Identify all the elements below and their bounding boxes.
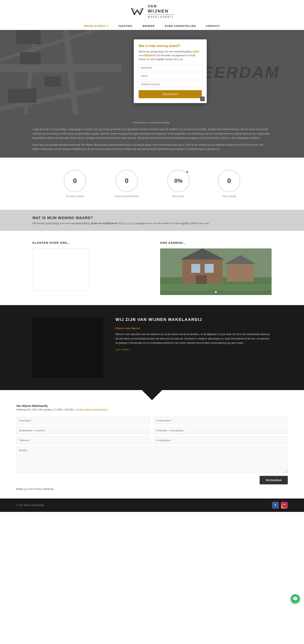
contact-info: Vlietskant 46 | 4141 CM Leerdam | T: 034… — [16, 408, 288, 411]
stat-circle-0: 0 — [64, 170, 86, 192]
nav-taxaties[interactable]: TAXATIES — [118, 24, 132, 28]
contact-send-button[interactable]: Verzenden — [260, 476, 288, 484]
svg-rect-16 — [205, 264, 214, 273]
hero-section: LEERDAM Wat is mijn woning waard? Wij ko… — [0, 30, 304, 115]
stats-section: 0 Tevreden klanten 0 Koop-overeenkomsten… — [0, 158, 304, 210]
stat-item-2: 0% Met passie — [167, 170, 190, 198]
instagram-icon[interactable]: 📷 — [281, 502, 288, 509]
team-title: WIJ ZIJN VAN WIJNEN MAKELAARDIJ — [115, 317, 272, 322]
svg-rect-20 — [160, 284, 272, 290]
logo-text: VAN WIJNEN MAKELAARDIJ — [148, 4, 174, 18]
image-dots — [215, 291, 217, 293]
team-section: WIJ ZIJN VAN WIJNEN MAKELAARDIJ Klinten … — [0, 305, 304, 390]
facebook-icon[interactable]: f — [272, 502, 279, 509]
team-photo-placeholder — [32, 317, 103, 378]
popup-close-button[interactable]: ✕ — [200, 96, 205, 101]
svg-rect-17 — [196, 275, 207, 284]
footer: © Van Wijnen Makelaardij f 📷 — [0, 498, 304, 512]
about-text2: Naast deze persoonlijke betrokkenheid he… — [32, 143, 272, 152]
team-bio: Marcel is een specialist met een sterke … — [115, 332, 272, 345]
stat-dot-indicator — [186, 171, 188, 173]
email-input[interactable] — [154, 436, 288, 444]
contact-company: Van Wijnen Makelaardij — [16, 404, 288, 408]
team-info: WIJ ZIJN VAN WIJNEN MAKELAARDIJ Klinten … — [115, 317, 272, 378]
klanten-col: KLANTEN OVER ONS... — [32, 241, 144, 295]
stat-item-0: 0 Tevreden klanten — [64, 170, 86, 198]
stat-item-1: 0 Koop-overeenkomsten — [114, 170, 139, 198]
logo-area: VAN WIJNEN MAKELAARDIJ — [130, 4, 174, 18]
firstname-input[interactable] — [16, 417, 150, 424]
svg-rect-18 — [227, 264, 254, 282]
svg-rect-8 — [8, 88, 37, 103]
popup-modal: Wat is mijn woning waard? Wij komen graa… — [134, 39, 207, 103]
message-textarea[interactable] — [16, 446, 288, 473]
stat-circle-2: 0% — [167, 170, 190, 192]
lastname-input[interactable] — [154, 417, 288, 424]
form-field-email — [154, 436, 288, 444]
phone-input[interactable] — [16, 436, 150, 444]
woning-banner-title: WAT IS MIJN WONING WAARD? — [32, 216, 272, 220]
stat-circle-1: 0 — [115, 170, 138, 192]
logo-mark — [130, 4, 144, 18]
nav-beheer[interactable]: BEHEER — [142, 24, 155, 28]
property-image-container — [160, 248, 272, 295]
stat-item-3: 0 Jaar ervaring — [218, 170, 240, 198]
form-row-message — [16, 446, 288, 474]
form-field-phone — [16, 436, 150, 444]
two-col-section: KLANTEN OVER ONS... ONS AANBOD... — [0, 231, 304, 305]
triangle-divider — [0, 390, 304, 400]
contact-email-link[interactable]: info@vanwijnenmakelaardij.nl — [76, 408, 108, 411]
aanbod-title: ONS AANBOD... — [160, 241, 272, 244]
nav-contact[interactable]: CONTACT — [206, 24, 220, 28]
privacy-note: Bekijk hier onze Privacy verklaring. — [16, 488, 288, 490]
popup-send-button[interactable]: Verzenden — [139, 90, 202, 98]
popup-name-input[interactable] — [139, 73, 202, 79]
zip-input[interactable] — [154, 427, 288, 434]
svg-rect-7 — [20, 52, 41, 64]
woning-banner: WAT IS MIJN WONING WAARD? Wij komen graa… — [0, 210, 304, 231]
klanten-title: KLANTEN OVER ONS... — [32, 241, 144, 244]
footer-social: f 📷 — [272, 502, 288, 509]
stat-label-2: Met passie — [173, 195, 184, 198]
header: VAN WIJNEN MAKELAARDIJ MAKELAARDIJ ▾ TAX… — [0, 0, 304, 30]
team-read-more[interactable]: Lees verder» — [115, 348, 130, 351]
dot-active — [215, 291, 217, 293]
form-row-1 — [16, 417, 288, 424]
popup-phone-input[interactable] — [139, 81, 202, 88]
woning-banner-link[interactable]: hieronder — [123, 222, 134, 225]
contact-section: Van Wijnen Makelaardij Vlietskant 46 | 4… — [0, 400, 304, 498]
review-box — [32, 248, 89, 291]
footer-copyright: © Van Wijnen Makelaardij — [16, 504, 44, 506]
svg-rect-6 — [16, 30, 41, 44]
team-person-name: Klinten over Marcel — [115, 327, 272, 330]
popup-title: Wat is mijn woning waard? — [139, 44, 202, 48]
stat-label-1: Koop-overeenkomsten — [114, 195, 139, 198]
popup-email-input[interactable] — [139, 64, 202, 71]
form-field-zip — [154, 427, 288, 434]
about-text1: Langs de Linge is het prachtige, rustig … — [32, 127, 272, 140]
woning-banner-text: Wij komen graag langs voor een waardebep… — [32, 222, 272, 225]
main-nav: MAKELAARDIJ ▾ TAXATIES BEHEER EVEN VOORS… — [0, 22, 304, 30]
svg-rect-9 — [45, 76, 61, 86]
popup-description: Wij komen graag langs voor een waardebep… — [139, 50, 202, 62]
stat-circle-3: 0 — [218, 170, 240, 192]
about-tagline: Doen komt er van kans woning... — [32, 121, 272, 124]
form-row-3 — [16, 436, 288, 444]
property-image — [160, 248, 272, 295]
aanbod-col: ONS AANBOD... — [160, 241, 272, 295]
stat-label-3: Jaar ervaring — [222, 195, 236, 198]
nav-even-voorstellen[interactable]: EVEN VOORSTELLEN — [165, 24, 196, 28]
form-row-2 — [16, 427, 288, 434]
privacy-link[interactable]: hier — [23, 488, 27, 490]
form-field-firstname — [16, 417, 150, 424]
form-submit-row: Verzenden — [16, 476, 288, 484]
form-field-lastname — [154, 417, 288, 424]
svg-rect-15 — [191, 264, 200, 273]
about-section: Doen komt er van kans woning... Langs de… — [0, 115, 304, 158]
nav-makelaardij[interactable]: MAKELAARDIJ ▾ — [84, 24, 108, 28]
street-input[interactable] — [16, 427, 150, 434]
stat-label-0: Tevreden klanten — [66, 195, 84, 198]
form-field-street — [16, 427, 150, 434]
